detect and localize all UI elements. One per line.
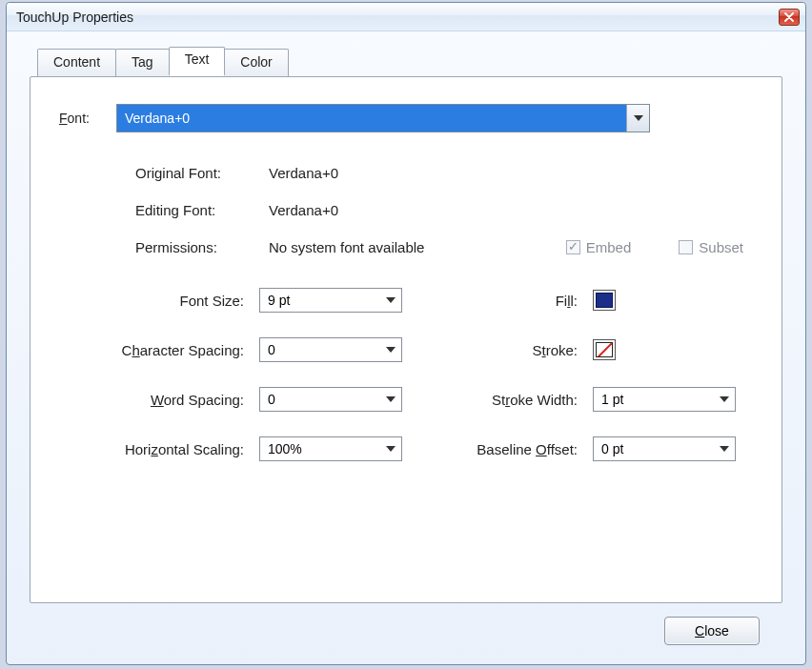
font-combobox[interactable]: Verdana+0 <box>116 104 650 132</box>
close-icon <box>784 12 794 22</box>
tab-content[interactable]: Content <box>37 49 116 76</box>
permissions-options: Embed Subset <box>566 239 743 255</box>
font-size-value: 9 pt <box>260 289 380 312</box>
word-spacing-label: Word Spacing: <box>69 392 259 408</box>
word-spacing-value: 0 <box>260 388 380 411</box>
close-button-label-rest: lose <box>704 623 729 639</box>
window-title: TouchUp Properties <box>16 10 779 25</box>
font-combobox-value: Verdana+0 <box>117 105 626 132</box>
font-size-dropdown[interactable]: 9 pt <box>259 288 402 313</box>
char-spacing-dropdown[interactable]: 0 <box>259 337 402 362</box>
tab-text[interactable]: Text <box>169 47 226 76</box>
baseline-offset-label: Baseline Offset: <box>431 441 593 457</box>
chevron-down-icon <box>386 396 396 402</box>
client-area: Content Tag Text Color Font: Verdana+0 O… <box>7 31 805 664</box>
word-spacing-dropdown[interactable]: 0 <box>259 387 402 412</box>
tab-panel-text: Font: Verdana+0 Original Font: Verdana+0… <box>30 76 782 603</box>
stroke-width-dropdown[interactable]: 1 pt <box>593 387 736 412</box>
chevron-down-icon <box>720 446 729 452</box>
horiz-scaling-value: 100% <box>260 437 380 460</box>
properties-grid: Font Size: 9 pt Fill: Character Spacing:… <box>69 288 743 461</box>
font-size-arrow <box>380 289 401 312</box>
char-spacing-value: 0 <box>260 338 380 361</box>
permissions-row: Permissions: No system font available Em… <box>135 239 743 255</box>
stroke-width-arrow <box>714 388 735 411</box>
stroke-none-swatch <box>596 342 613 357</box>
dialog-window: TouchUp Properties Content Tag Text Colo… <box>6 2 806 665</box>
horiz-scaling-label: Horizontal Scaling: <box>69 441 259 457</box>
stroke-swatch-wrap <box>593 339 745 360</box>
word-spacing-arrow <box>380 388 401 411</box>
font-size-label: Font Size: <box>69 293 259 309</box>
baseline-offset-value: 0 pt <box>594 437 714 460</box>
font-row: Font: Verdana+0 <box>59 104 743 132</box>
tabstrip: Content Tag Text Color <box>37 49 782 76</box>
permissions-label: Permissions: <box>135 239 269 255</box>
original-font-value: Verdana+0 <box>269 165 338 181</box>
chevron-down-icon <box>720 396 729 402</box>
fill-color-button[interactable] <box>593 290 616 311</box>
editing-font-row: Editing Font: Verdana+0 <box>135 202 743 218</box>
font-info-block: Original Font: Verdana+0 Editing Font: V… <box>135 165 743 255</box>
chevron-down-icon <box>386 446 396 452</box>
horiz-scaling-dropdown[interactable]: 100% <box>259 436 402 461</box>
stroke-width-label: Stroke Width: <box>431 392 593 408</box>
fill-label: Fill: <box>431 293 593 309</box>
baseline-offset-dropdown[interactable]: 0 pt <box>593 436 736 461</box>
editing-font-value: Verdana+0 <box>269 202 338 218</box>
close-button[interactable]: Close <box>664 617 760 645</box>
font-label: Font: <box>59 111 116 126</box>
embed-checkbox-box <box>566 240 580 254</box>
char-spacing-label: Character Spacing: <box>69 342 259 358</box>
original-font-row: Original Font: Verdana+0 <box>135 165 743 181</box>
embed-checkbox-label: Embed <box>586 239 632 255</box>
fill-swatch-wrap <box>593 290 745 311</box>
tab-tag[interactable]: Tag <box>115 49 170 76</box>
fill-color-swatch <box>596 293 613 308</box>
dialog-footer: Close <box>30 603 782 649</box>
chevron-down-icon <box>386 347 396 353</box>
original-font-label: Original Font: <box>135 165 269 181</box>
stroke-label: Stroke: <box>431 342 593 358</box>
subset-checkbox-box <box>679 240 693 254</box>
window-close-button[interactable] <box>779 9 800 26</box>
subset-checkbox[interactable]: Subset <box>679 239 743 255</box>
permissions-value: No system font available <box>269 239 424 255</box>
chevron-down-icon <box>386 297 396 303</box>
titlebar: TouchUp Properties <box>7 3 805 31</box>
chevron-down-icon <box>634 115 643 121</box>
editing-font-label: Editing Font: <box>135 202 269 218</box>
stroke-color-button[interactable] <box>593 339 616 360</box>
tab-color[interactable]: Color <box>224 49 288 76</box>
subset-checkbox-label: Subset <box>699 239 743 255</box>
embed-checkbox[interactable]: Embed <box>566 239 632 255</box>
baseline-offset-arrow <box>714 437 735 460</box>
horiz-scaling-arrow <box>380 437 401 460</box>
char-spacing-arrow <box>380 338 401 361</box>
font-combobox-arrow <box>626 105 649 132</box>
stroke-width-value: 1 pt <box>594 388 714 411</box>
